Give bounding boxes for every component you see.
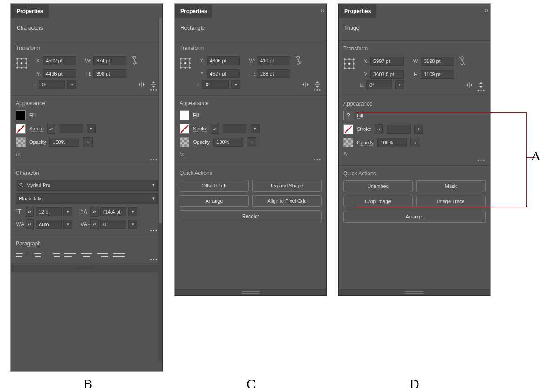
font-family-input[interactable]: 🔍︎ Myriad Pro ▾ [16, 180, 158, 191]
reference-point-selector[interactable] [16, 58, 27, 69]
stroke-weight-stepper[interactable]: ▴▾ [211, 124, 219, 134]
h-input[interactable]: 288 pt [257, 69, 290, 78]
fill-swatch[interactable]: ? [343, 111, 353, 120]
kerning-input[interactable]: Auto [36, 220, 62, 229]
character-more-options[interactable]: ••• [150, 227, 158, 233]
justify-right-button[interactable] [97, 250, 108, 258]
transform-more-options[interactable]: ••• [150, 87, 158, 93]
stroke-label[interactable]: Stroke [357, 126, 371, 132]
leading-input[interactable]: (14.4 pt) [100, 207, 126, 216]
panel-resize-grip[interactable] [339, 289, 490, 295]
tracking-input[interactable]: 0 [100, 220, 126, 229]
w-input[interactable]: 374 pt [93, 56, 126, 65]
paragraph-more-options[interactable]: ••• [150, 257, 158, 262]
fx-button[interactable]: fx. [180, 151, 322, 159]
fill-label[interactable]: Fill [193, 112, 199, 118]
flip-horizontal-button[interactable] [137, 80, 146, 89]
x-input[interactable]: 4606 pt [207, 56, 240, 65]
stroke-weight-input[interactable] [223, 124, 247, 133]
opacity-input[interactable]: 100% [377, 138, 407, 147]
align-right-button[interactable] [48, 250, 60, 258]
recolor-button[interactable]: Recolor [180, 210, 322, 222]
align-left-button[interactable] [16, 250, 27, 258]
appearance-more-options[interactable]: ••• [477, 157, 486, 163]
offset-path-button[interactable]: Offset Path [180, 180, 249, 192]
opacity-swatch[interactable] [180, 137, 189, 147]
h-input[interactable]: 1109 pt [421, 70, 454, 79]
stroke-weight-stepper[interactable]: ▴▾ [47, 124, 55, 134]
flip-horizontal-button[interactable] [301, 80, 310, 89]
stroke-swatch[interactable] [16, 124, 26, 134]
image-trace-button[interactable]: Image Trace [416, 196, 486, 207]
angle-dropdown[interactable]: ▾ [68, 80, 76, 89]
collapse-panel-icon[interactable]: ›› [484, 7, 488, 13]
crop-image-button[interactable]: Crop Image [343, 196, 413, 207]
angle-dropdown[interactable]: ▾ [231, 80, 240, 89]
y-input[interactable]: 4496 pt [43, 69, 76, 78]
font-style-input[interactable]: Black Italic ▾ [16, 193, 158, 204]
opacity-input[interactable]: 100% [50, 138, 79, 147]
x-input[interactable]: 4502 pt [43, 56, 76, 65]
opacity-input[interactable]: 100% [213, 138, 243, 147]
y-input[interactable]: 3603.5 pt [370, 70, 404, 79]
stroke-label[interactable]: Stroke [29, 126, 44, 132]
link-wh-icon[interactable] [459, 55, 466, 67]
opacity-swatch[interactable] [16, 137, 26, 147]
stroke-weight-dropdown[interactable]: ▾ [251, 124, 260, 133]
opacity-swatch[interactable] [343, 138, 353, 147]
kerning-dropdown[interactable]: ▾ [63, 220, 72, 229]
align-center-button[interactable] [32, 250, 44, 258]
y-input[interactable]: 4527 pt [207, 69, 240, 78]
mask-button[interactable]: Mask [416, 180, 486, 192]
angle-input[interactable]: 0° [366, 80, 392, 89]
kerning-stepper[interactable]: ▴▾ [26, 219, 34, 229]
appearance-more-options[interactable]: ••• [150, 157, 158, 162]
stroke-label[interactable]: Stroke [193, 126, 207, 132]
fill-label[interactable]: Fill [357, 113, 363, 119]
properties-tab[interactable]: Properties [175, 4, 212, 18]
panel-resize-grip[interactable] [11, 265, 162, 272]
stroke-weight-dropdown[interactable]: ▾ [87, 124, 96, 133]
x-input[interactable]: 5997 pt [370, 57, 404, 66]
stroke-swatch[interactable] [180, 124, 189, 134]
panel-resize-grip[interactable] [175, 289, 326, 295]
fx-button[interactable]: fx. [16, 151, 158, 159]
angle-input[interactable]: 0° [39, 80, 65, 89]
align-pixel-grid-button[interactable]: Align to Pixel Grid [252, 195, 322, 207]
transform-more-options[interactable]: ••• [477, 88, 486, 93]
opacity-label[interactable]: Opacity [193, 139, 210, 145]
justify-left-button[interactable] [64, 250, 76, 258]
reference-point-selector[interactable] [343, 58, 355, 70]
justify-center-button[interactable] [81, 250, 92, 258]
stroke-weight-dropdown[interactable]: ▾ [414, 125, 423, 134]
panel-scrollbar[interactable] [158, 18, 162, 361]
stroke-weight-input[interactable] [387, 125, 411, 134]
opacity-popup[interactable]: › [83, 137, 93, 147]
fill-label[interactable]: Fill [29, 112, 36, 118]
flip-horizontal-button[interactable] [465, 81, 474, 89]
opacity-popup[interactable]: › [247, 137, 256, 147]
stroke-weight-stepper[interactable]: ▴▾ [375, 124, 383, 134]
justify-all-button[interactable] [113, 250, 125, 258]
angle-input[interactable]: 0° [202, 80, 229, 89]
fill-swatch[interactable] [16, 110, 26, 120]
opacity-label[interactable]: Opacity [357, 140, 374, 146]
transform-more-options[interactable]: ••• [314, 87, 322, 93]
reference-point-selector[interactable] [180, 58, 191, 69]
properties-tab[interactable]: Properties [11, 4, 49, 18]
fill-swatch[interactable] [180, 110, 189, 120]
tracking-dropdown[interactable]: ▾ [128, 220, 137, 229]
leading-stepper[interactable]: ▴▾ [90, 207, 99, 217]
fx-button[interactable]: fx. [343, 151, 486, 159]
w-input[interactable]: 410 pt [257, 56, 290, 65]
link-wh-icon[interactable] [131, 55, 138, 67]
properties-tab[interactable]: Properties [339, 4, 376, 18]
opacity-label[interactable]: Opacity [29, 139, 46, 145]
appearance-more-options[interactable]: ••• [314, 157, 322, 162]
expand-shape-button[interactable]: Expand Shape [252, 180, 322, 192]
stroke-swatch[interactable] [343, 124, 353, 134]
selection-type-label[interactable]: Image [344, 25, 359, 31]
arrange-button[interactable]: Arrange [180, 195, 249, 207]
collapse-panel-icon[interactable]: ›› [320, 7, 324, 13]
unembed-button[interactable]: Unembed [343, 180, 413, 192]
